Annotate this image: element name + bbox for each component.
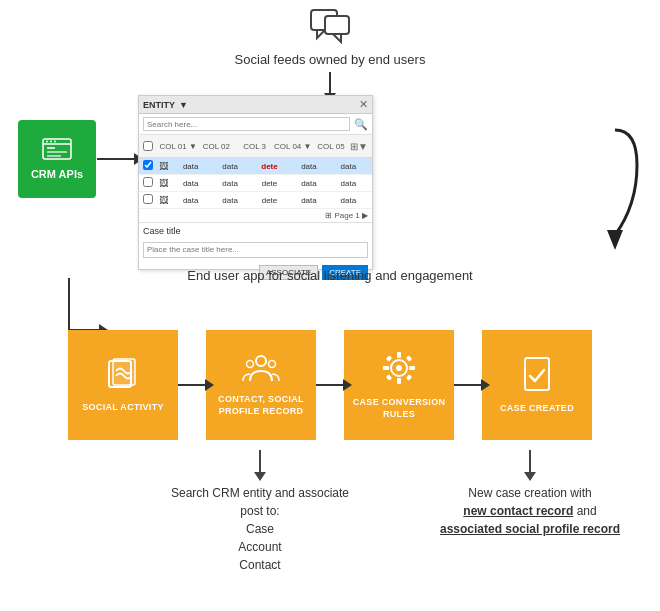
- svg-rect-22: [386, 355, 392, 361]
- crm-window-icon: [42, 138, 72, 164]
- filter-icon[interactable]: ⊞▼: [350, 141, 368, 152]
- cell: data: [329, 179, 368, 188]
- row-checkbox[interactable]: [143, 177, 153, 187]
- row-checkbox[interactable]: [143, 194, 153, 204]
- cell: data: [289, 162, 328, 171]
- col-header-4: COL 04 ▼: [274, 142, 312, 151]
- flow-arrow-2: [316, 384, 344, 386]
- svg-point-13: [256, 356, 266, 366]
- row-icon: 🖼: [159, 161, 171, 171]
- svg-rect-7: [47, 147, 55, 149]
- annotation-account-item: Account: [160, 538, 360, 556]
- cell: dete: [250, 196, 289, 205]
- dialog-close-btn[interactable]: ✕: [359, 98, 368, 111]
- svg-rect-24: [386, 374, 392, 380]
- row-icon: 🖼: [159, 178, 171, 188]
- arrow-crm-to-dialog: [97, 158, 135, 160]
- table-row[interactable]: 🖼 data data dete data data: [139, 175, 372, 192]
- cell: data: [171, 196, 210, 205]
- annotation-contact-item: Contact: [160, 556, 360, 574]
- svg-rect-9: [47, 155, 61, 157]
- cell: data: [329, 162, 368, 171]
- annotation-new-contact-label: new contact record and: [430, 502, 630, 520]
- case-created-icon: [522, 356, 552, 397]
- dialog-case-section: Case title: [139, 223, 372, 265]
- flow-box-contact-label: CONTACT, SOCIAL PROFILE RECORD: [214, 394, 308, 417]
- flow-box-case-conversion: CASE CONVERSION RULES: [344, 330, 454, 440]
- cell: data: [171, 162, 210, 171]
- row-checkbox[interactable]: [143, 160, 153, 170]
- flow-arrow-1: [178, 384, 206, 386]
- cell: data: [171, 179, 210, 188]
- svg-rect-19: [397, 378, 401, 384]
- annotation-left-text: Search CRM entity and associate post to:…: [160, 484, 360, 574]
- case-title-label: Case title: [143, 226, 368, 236]
- col-header-5: COL 05: [312, 142, 350, 151]
- dialog-search-row: 🔍: [139, 114, 372, 135]
- cell: data: [210, 196, 249, 205]
- cell: dete: [250, 179, 289, 188]
- svg-point-17: [396, 365, 402, 371]
- col-header-1: COL 01 ▼: [159, 142, 197, 151]
- svg-point-4: [46, 141, 48, 143]
- curved-arrow-right: [587, 125, 642, 259]
- col-header-2: COL 02: [197, 142, 235, 151]
- table-row[interactable]: 🖼 data data dete data data: [139, 192, 372, 209]
- flow-box-case-created-label: CASE CREATED: [500, 403, 574, 415]
- annotation-search-crm-label: Search CRM entity and associate post to:: [160, 484, 360, 520]
- search-icon: 🔍: [354, 118, 368, 131]
- dialog-title: ENTITY: [143, 100, 175, 110]
- dialog-titlebar: ENTITY ▼ ✕: [139, 96, 372, 114]
- top-section: Social feeds owned by end users CRM APIs: [0, 0, 660, 290]
- select-all-checkbox[interactable]: [143, 141, 153, 151]
- svg-rect-21: [409, 366, 415, 370]
- flow-boxes: SOCIAL ACTIVITY CONTACT, SOCIAL PROFI: [0, 330, 660, 440]
- vert-connector: [68, 278, 70, 330]
- social-feeds-label: Social feeds owned by end users: [235, 52, 426, 67]
- col-header-3: COL 3: [235, 142, 273, 151]
- annotation-right-arrow: [529, 450, 531, 472]
- svg-rect-23: [406, 355, 412, 361]
- svg-rect-1: [325, 16, 349, 34]
- svg-rect-26: [525, 358, 549, 390]
- annotation-right-wrap: New case creation with new contact recor…: [430, 450, 630, 538]
- annotation-new-case-label: New case creation with: [430, 484, 630, 502]
- svg-point-5: [50, 141, 52, 143]
- arrow-down-top: [329, 72, 331, 94]
- svg-rect-25: [406, 374, 412, 380]
- annotation-social-profile-label: associated social profile record: [430, 520, 630, 538]
- crm-apis-box: CRM APIs: [18, 120, 96, 198]
- dialog-table-header: COL 01 ▼ COL 02 COL 3 COL 04 ▼ COL 05 ⊞▼: [139, 135, 372, 158]
- cell: data: [329, 196, 368, 205]
- cell: data: [289, 196, 328, 205]
- svg-rect-8: [47, 151, 67, 153]
- cell: data: [210, 162, 249, 171]
- case-title-input[interactable]: [143, 242, 368, 258]
- end-user-app-label: End user app for social listening and en…: [187, 268, 472, 283]
- contact-social-icon: [242, 353, 280, 388]
- diagram-container: Social feeds owned by end users CRM APIs: [0, 0, 660, 611]
- dialog-window: ENTITY ▼ ✕ 🔍 COL 01 ▼ COL 02 COL 3 COL 0…: [138, 95, 373, 270]
- dialog-search-input[interactable]: [143, 117, 350, 131]
- svg-point-14: [247, 360, 254, 367]
- case-conversion-icon: [381, 350, 417, 391]
- annotation-right-text: New case creation with new contact recor…: [430, 484, 630, 538]
- svg-point-6: [54, 141, 56, 143]
- table-row[interactable]: 🖼 data data dete data data: [139, 158, 372, 175]
- annotation-left-arrow: [259, 450, 261, 472]
- flow-box-social-activity: SOCIAL ACTIVITY: [68, 330, 178, 440]
- annotation-left-wrap: Search CRM entity and associate post to:…: [160, 450, 360, 574]
- flow-arrow-3: [454, 384, 482, 386]
- flow-box-case-conversion-label: CASE CONVERSION RULES: [352, 397, 446, 420]
- flow-box-social-activity-label: SOCIAL ACTIVITY: [82, 402, 164, 414]
- social-activity-icon: [106, 357, 140, 396]
- cell: dete: [250, 162, 289, 171]
- social-icon-wrap: [309, 8, 351, 50]
- dialog-pagination: ⊞ Page 1 ▶: [139, 209, 372, 223]
- svg-point-15: [269, 360, 276, 367]
- svg-rect-20: [383, 366, 389, 370]
- annotation-case-item: Case: [160, 520, 360, 538]
- chat-icon: [309, 8, 351, 50]
- crm-label: CRM APIs: [31, 168, 83, 180]
- flow-box-case-created: CASE CREATED: [482, 330, 592, 440]
